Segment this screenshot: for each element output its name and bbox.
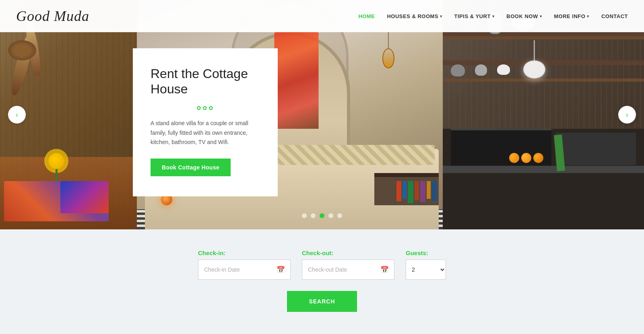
guests-select[interactable]: 1 2 3 4 5 6	[406, 260, 446, 280]
nav-book-label: BOOK NOW	[506, 13, 538, 19]
booking-fields: Check-in: 📅 Check-out: 📅 Guests: 1 2 3 4…	[198, 249, 446, 280]
guests-group: Guests: 1 2 3 4 5 6	[406, 249, 446, 280]
hero-slider: Rent the Cottage House ✿✿✿ A stand alone…	[0, 0, 644, 229]
divider-dots: ✿✿✿	[196, 105, 215, 111]
nav-home-label: HOME	[358, 13, 375, 19]
nav-item-more-info[interactable]: MORE INFO ▾	[554, 13, 589, 19]
checkout-group: Check-out: 📅	[302, 249, 394, 280]
checkin-label: Check-in:	[198, 249, 291, 256]
chevron-down-icon: ▾	[440, 14, 442, 19]
chevron-down-icon: ▾	[540, 14, 542, 19]
guests-label: Guests:	[406, 249, 446, 256]
checkin-input[interactable]	[198, 260, 291, 280]
slide-content-box: Rent the Cottage House ✿✿✿ A stand alone…	[133, 48, 278, 196]
checkout-label: Check-out:	[302, 249, 394, 256]
book-cottage-button[interactable]: Book Cottage House	[151, 159, 231, 176]
slider-next-button[interactable]: ›	[618, 106, 636, 124]
slider-dot-5[interactable]	[337, 213, 342, 218]
main-nav: HOME HOUSES & ROOMS ▾ TIPIS & YURT ▾ BOO…	[358, 13, 628, 19]
hero-bg-right	[443, 0, 644, 229]
chevron-right-icon: ›	[626, 111, 628, 119]
chevron-down-icon: ▾	[492, 14, 495, 19]
hero-background	[0, 0, 644, 229]
checkout-input-wrap: 📅	[302, 260, 394, 280]
slider-dot-4[interactable]	[328, 213, 333, 218]
chevron-down-icon: ▾	[587, 14, 589, 19]
booking-section: Check-in: 📅 Check-out: 📅 Guests: 1 2 3 4…	[0, 229, 644, 334]
slider-dot-3[interactable]	[320, 213, 324, 218]
nav-more-label: MORE INFO	[554, 13, 585, 19]
nav-item-contact[interactable]: CONTACT	[601, 13, 628, 19]
header: Good Muda HOME HOUSES & ROOMS ▾ TIPIS & …	[0, 0, 644, 32]
slide-description: A stand alone villa for a couple or smal…	[151, 119, 260, 147]
search-button[interactable]: SEARCH	[287, 291, 357, 312]
slider-dots	[302, 213, 342, 218]
brand-logo: Good Muda	[16, 8, 89, 25]
chevron-left-icon: ‹	[16, 111, 18, 119]
slide-title: Rent the Cottage House	[151, 66, 260, 97]
slider-dot-2[interactable]	[311, 213, 316, 218]
checkout-input[interactable]	[302, 260, 394, 280]
nav-tipis-label: TIPIS & YURT	[454, 13, 491, 19]
nav-contact-label: CONTACT	[601, 13, 628, 19]
slider-prev-button[interactable]: ‹	[8, 106, 26, 124]
nav-item-book-now[interactable]: BOOK NOW ▾	[506, 13, 542, 19]
nav-houses-label: HOUSES & ROOMS	[387, 13, 438, 19]
slider-dot-1[interactable]	[302, 213, 307, 218]
nav-item-houses-rooms[interactable]: HOUSES & ROOMS ▾	[387, 13, 442, 19]
checkin-group: Check-in: 📅	[198, 249, 291, 280]
slide-divider: ✿✿✿	[151, 104, 260, 111]
nav-item-tipis-yurt[interactable]: TIPIS & YURT ▾	[454, 13, 495, 19]
checkin-input-wrap: 📅	[198, 260, 291, 280]
nav-item-home[interactable]: HOME	[358, 13, 375, 19]
